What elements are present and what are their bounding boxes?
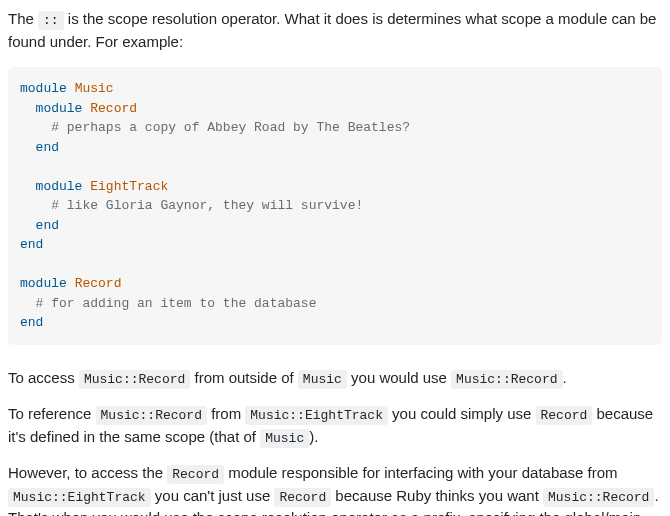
text: To reference	[8, 405, 96, 422]
inline-code: Record	[536, 406, 593, 425]
inline-code: Music::Record	[451, 370, 562, 389]
text: is the scope resolution operator. What i…	[8, 10, 656, 50]
code-constant: Music	[75, 81, 114, 96]
code-keyword: module	[20, 81, 67, 96]
inline-code: Record	[274, 488, 331, 507]
inline-code: Record	[167, 465, 224, 484]
code-constant: Record	[90, 101, 137, 116]
inline-code: Music::EightTrack	[8, 488, 151, 507]
inline-code: Music::Record	[543, 488, 654, 507]
code-keyword: end	[36, 140, 59, 155]
text: you could simply use	[388, 405, 536, 422]
code-keyword: end	[20, 315, 43, 330]
code-keyword: end	[20, 237, 43, 252]
text: because Ruby thinks you want	[331, 487, 543, 504]
inline-code: Music	[298, 370, 347, 389]
text: you would use	[347, 369, 451, 386]
code-keyword: end	[36, 218, 59, 233]
paragraph-access: To access Music::Record from outside of …	[8, 367, 662, 390]
code-comment: # perhaps a copy of Abbey Road by The Be…	[51, 120, 410, 135]
code-keyword: module	[36, 101, 83, 116]
paragraph-reference: To reference Music::Record from Music::E…	[8, 403, 662, 448]
code-constant: EightTrack	[90, 179, 168, 194]
text: from outside of	[190, 369, 298, 386]
inline-code-scope-operator: ::	[38, 11, 64, 30]
text: from	[207, 405, 245, 422]
code-keyword: module	[20, 276, 67, 291]
code-keyword: module	[36, 179, 83, 194]
inline-code: Music::Record	[96, 406, 207, 425]
code-constant: Record	[75, 276, 122, 291]
text: The	[8, 10, 38, 27]
text: However, to access the	[8, 464, 167, 481]
inline-code: Music::Record	[79, 370, 190, 389]
paragraph-however: However, to access the Record module res…	[8, 462, 662, 516]
text: module responsible for interfacing with …	[224, 464, 618, 481]
code-comment: # like Gloria Gaynor, they will survive!	[51, 198, 363, 213]
text: you can't just use	[151, 487, 275, 504]
inline-code: Music	[260, 429, 309, 448]
inline-code: Music::EightTrack	[245, 406, 388, 425]
code-comment: # for adding an item to the database	[36, 296, 317, 311]
ruby-code-block: module Music module Record # perhaps a c…	[8, 67, 662, 345]
text: To access	[8, 369, 79, 386]
text: .	[563, 369, 567, 386]
text: ).	[309, 428, 318, 445]
intro-paragraph: The :: is the scope resolution operator.…	[8, 8, 662, 53]
